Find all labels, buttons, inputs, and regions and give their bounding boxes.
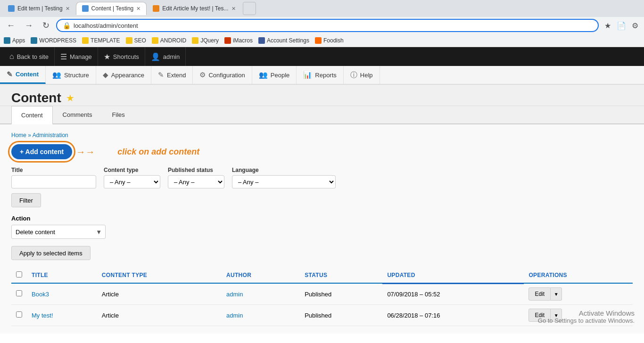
row-title-link-1[interactable]: Book3 [32, 291, 49, 298]
action-select[interactable]: Delete content [11, 225, 106, 239]
bookmark-foodish[interactable]: Foodish [315, 37, 344, 44]
td-checkbox-2 [11, 305, 27, 326]
td-status-1: Published [300, 283, 382, 305]
td-checkbox-1 [11, 283, 27, 305]
tab-label-2: Content | Testing [91, 5, 134, 12]
new-tab-button[interactable] [243, 2, 256, 15]
manage-link[interactable]: ☰ Manage [55, 47, 98, 66]
add-content-button[interactable]: + Add content [11, 144, 72, 159]
activate-windows-watermark: Activate Windows Go to Settings to activ… [538, 309, 635, 324]
user-label: admin [163, 53, 180, 60]
select-all-checkbox[interactable] [16, 271, 22, 278]
published-status-form-group: Published status – Any – [168, 167, 224, 188]
page-body: Content ★ Content Comments Files Home » … [0, 85, 644, 334]
bookmark-android-label: ANDROID [160, 37, 186, 44]
th-title[interactable]: TITLE [27, 268, 97, 283]
nav-item-configuration[interactable]: ⚙ Configuration [193, 66, 252, 84]
reload-button[interactable]: ↻ [40, 18, 52, 33]
appearance-nav-icon: ◆ [103, 71, 108, 79]
title-input[interactable] [11, 175, 96, 188]
address-bar[interactable]: 🔒 localhost/admin/content [56, 19, 599, 32]
published-status-label: Published status [168, 167, 224, 173]
favorite-icon[interactable]: ★ [66, 92, 74, 104]
pdf-extension-button[interactable]: 📄 [615, 19, 628, 32]
breadcrumb: Home » Administration [11, 132, 633, 139]
tab-bar: Edit term | Testing ✕ Content | Testing … [0, 0, 644, 17]
content-type-form-group: Content type – Any – [104, 167, 160, 188]
nav-item-content[interactable]: ✎ Content [0, 66, 46, 84]
tab-close-2[interactable]: ✕ [136, 6, 140, 12]
tab-close-3[interactable]: ✕ [231, 6, 236, 12]
tab-files[interactable]: Files [102, 106, 134, 123]
content-type-select[interactable]: – Any – [104, 175, 160, 188]
forward-button[interactable]: → [22, 19, 36, 33]
tab-content[interactable]: Content [11, 106, 53, 124]
tab-comments[interactable]: Comments [53, 106, 102, 123]
bookmark-wp-icon [31, 37, 37, 44]
drupal-admin-bar: ⌂ Back to site ☰ Manage ★ Shortcuts 👤 ad… [0, 47, 644, 66]
tab-close-1[interactable]: ✕ [66, 6, 70, 12]
bookmark-seo[interactable]: SEO [126, 37, 146, 44]
td-content-type-2: Article [97, 305, 222, 326]
shortcuts-link[interactable]: ★ Shortcuts [98, 47, 145, 66]
breadcrumb-home[interactable]: Home [11, 132, 26, 139]
nav-help-label: Help [360, 72, 373, 79]
tab-2[interactable]: Content | Testing ✕ [76, 2, 147, 15]
nav-item-reports[interactable]: 📊 Reports [297, 66, 344, 84]
lock-icon: 🔒 [63, 22, 71, 29]
bookmark-seo-icon [126, 37, 132, 44]
bookmark-imacros[interactable]: iMacros [224, 37, 253, 44]
bookmark-account[interactable]: Account Settings [258, 37, 309, 44]
tab-3[interactable]: Edit Article My test! | Tes... ✕ [147, 2, 241, 15]
user-link[interactable]: 👤 admin [145, 47, 186, 66]
tab-1[interactable]: Edit term | Testing ✕ [2, 2, 76, 15]
content-nav-icon: ✎ [7, 70, 13, 79]
tab-label-1: Edit term | Testing [17, 5, 63, 12]
page-header: Content ★ [0, 85, 644, 106]
nav-item-structure[interactable]: 👥 Structure [46, 66, 96, 84]
row-title-link-2[interactable]: My test! [32, 312, 53, 319]
row-author-link-2[interactable]: admin [226, 312, 243, 319]
back-to-site-link[interactable]: ⌂ Back to site [4, 47, 55, 66]
row-checkbox-1[interactable] [16, 290, 22, 296]
row-checkbox-2[interactable] [16, 311, 22, 318]
nav-item-extend[interactable]: ✎ Extend [151, 66, 193, 84]
th-status[interactable]: STATUS [300, 268, 382, 283]
edit-button-1[interactable]: Edit [528, 287, 551, 301]
bookmark-android[interactable]: ANDROID [152, 37, 186, 44]
nav-item-appearance[interactable]: ◆ Appearance [96, 66, 151, 84]
th-content-type[interactable]: CONTENT TYPE [97, 268, 222, 283]
breadcrumb-admin[interactable]: Administration [33, 132, 68, 139]
th-author[interactable]: AUTHOR [222, 268, 300, 283]
action-label: Action [11, 215, 633, 222]
page-title: Content [11, 90, 61, 106]
bookmark-jquery-label: JQuery [200, 37, 219, 44]
edit-dropdown-button-1[interactable]: ▼ [551, 287, 562, 301]
row-author-link-1[interactable]: admin [226, 291, 243, 298]
bookmark-seo-label: SEO [134, 37, 146, 44]
language-select[interactable]: – Any – [232, 175, 336, 188]
annotation-arrow-icon: →→ [76, 147, 95, 157]
nav-item-people[interactable]: 👥 People [252, 66, 297, 84]
td-author-1: admin [222, 283, 300, 305]
back-button[interactable]: ← [4, 19, 18, 33]
bookmark-star-button[interactable]: ★ [603, 19, 613, 32]
td-title-2: My test! [27, 305, 97, 326]
bookmark-apps[interactable]: Apps [4, 37, 25, 44]
language-form-group: Language – Any – [232, 167, 336, 188]
filter-button[interactable]: Filter [11, 193, 41, 207]
bookmark-wordpress[interactable]: WORDPRESS [31, 37, 76, 44]
bookmark-template[interactable]: TEMPLATE [82, 37, 120, 44]
nav-bar: ← → ↻ 🔒 localhost/admin/content ★ 📄 ⚙ [0, 17, 644, 34]
nav-item-help[interactable]: ⓘ Help [344, 66, 380, 84]
browser-chrome: Edit term | Testing ✕ Content | Testing … [0, 0, 644, 47]
th-updated[interactable]: UPDATED [382, 268, 524, 283]
breadcrumb-sep: » [28, 132, 31, 139]
published-status-select[interactable]: – Any – [168, 175, 224, 188]
bookmark-jquery[interactable]: JQuery [192, 37, 219, 44]
bookmark-food-icon [315, 37, 322, 44]
td-status-2: Published [300, 305, 382, 326]
settings-button[interactable]: ⚙ [630, 19, 640, 32]
td-content-type-1: Article [97, 283, 222, 305]
apply-to-selected-button[interactable]: Apply to selected items [11, 246, 91, 260]
